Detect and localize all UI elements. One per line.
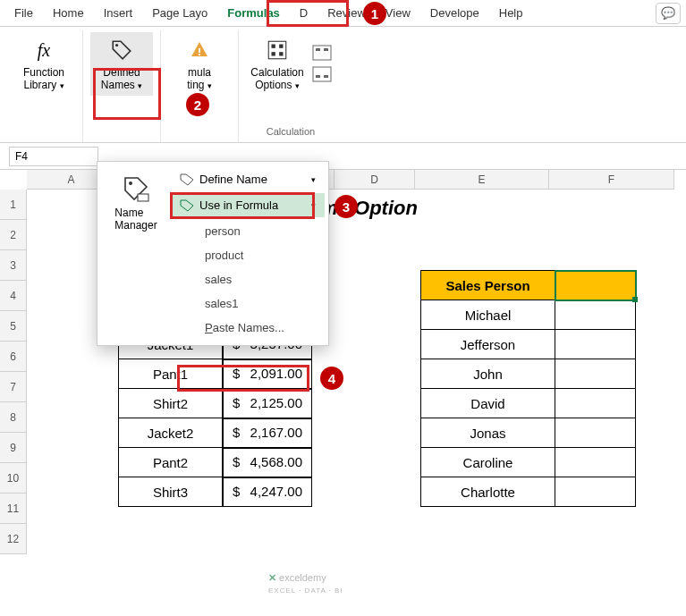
ribbon-tabs: File Home Insert Page Layo Formulas D Re… (0, 0, 686, 27)
chevron-down-icon: ▾ (311, 175, 316, 184)
svg-rect-3 (268, 41, 286, 59)
row-6[interactable]: 6 (0, 342, 27, 372)
svg-rect-1 (199, 48, 200, 53)
function-library-button[interactable]: fx FunctionLibrary ▾ (13, 32, 75, 96)
table-cell[interactable] (555, 418, 636, 448)
use-in-formula-item[interactable]: Use in Formula ▾ (171, 193, 325, 217)
name-manager-icon (120, 173, 152, 205)
tab-file[interactable]: File (5, 3, 42, 23)
table-row[interactable]: Charlotte (421, 477, 555, 507)
name-manager-button[interactable]: NameManager (101, 167, 171, 340)
table-row[interactable]: Michael (421, 300, 555, 330)
svg-rect-5 (279, 45, 283, 48)
col-e[interactable]: E (415, 170, 549, 190)
calculation-group-label: Calculation (267, 126, 315, 140)
row-4[interactable]: 4 (0, 281, 27, 311)
tab-data[interactable]: D (291, 3, 317, 23)
svg-rect-12 (316, 75, 320, 78)
svg-rect-13 (324, 75, 328, 78)
row-2[interactable]: 2 (0, 220, 27, 250)
define-name-label: Define Name (199, 173, 267, 186)
use-in-formula-label: Use in Formula (199, 198, 278, 212)
table-row[interactable]: Jefferson (421, 330, 555, 359)
define-name-item[interactable]: Define Name ▾ (171, 167, 325, 191)
tab-insert[interactable]: Insert (95, 3, 142, 23)
table-row[interactable]: Jonas (421, 418, 555, 448)
table-cell[interactable] (555, 359, 636, 389)
row-1[interactable]: 1 (0, 190, 27, 220)
collapse-ribbon-button[interactable]: 💬 (656, 3, 681, 24)
watermark: ✕ exceldemy EXCEL · DATA · BI (268, 572, 343, 595)
calc-now-icon[interactable] (312, 45, 332, 61)
row-7[interactable]: 7 (0, 372, 27, 402)
row-8[interactable]: 8 (0, 402, 27, 433)
table-cell[interactable]: $2,125.00 (223, 389, 312, 418)
svg-rect-11 (313, 67, 331, 81)
name-item-sales[interactable]: sales (196, 267, 325, 291)
table-row[interactable]: Pant2 (119, 448, 223, 477)
name-item-product[interactable]: product (196, 243, 325, 267)
use-in-formula-submenu: person product sales sales1 PPaste Names… (171, 219, 325, 340)
name-box[interactable] (9, 147, 98, 166)
table-row[interactable]: Pant1 (119, 359, 223, 389)
svg-rect-4 (272, 45, 275, 48)
table-row[interactable]: David (421, 389, 555, 418)
table-cell[interactable]: $2,167.00 (223, 418, 312, 448)
tab-help[interactable]: Help (490, 3, 532, 23)
svg-rect-2 (199, 54, 200, 55)
chevron-down-icon: ▾ (311, 201, 316, 210)
ribbon-body: fx FunctionLibrary ▾ DefinedNames ▾ mula… (0, 27, 686, 143)
selected-cell-f4[interactable] (555, 271, 636, 300)
group-formula-auditing: mulating ▾ (161, 30, 239, 142)
defined-names-button[interactable]: DefinedNames ▾ (90, 32, 153, 96)
group-function-library: fx FunctionLibrary ▾ (5, 30, 83, 142)
table-row[interactable]: Shirt3 (119, 477, 223, 507)
speech-icon: 💬 (661, 6, 675, 20)
tab-developer[interactable]: Develope (421, 3, 488, 23)
table-cell[interactable] (555, 477, 636, 507)
col-f[interactable]: F (549, 170, 674, 190)
step-badge-2: 2 (186, 93, 209, 116)
function-library-label: FunctionLibrary ▾ (23, 66, 64, 92)
calc-sheet-icon[interactable] (312, 66, 332, 82)
table-row[interactable]: Caroline (421, 448, 555, 477)
sales-person-header: Sales Person (421, 271, 555, 300)
row-11[interactable]: 11 (0, 494, 27, 524)
tab-formulas[interactable]: Formulas (218, 3, 289, 23)
svg-rect-8 (313, 46, 331, 60)
defined-names-label: DefinedNames ▾ (101, 66, 142, 92)
table-cell[interactable] (555, 330, 636, 359)
table-cell[interactable]: $4,568.00 (223, 448, 312, 477)
table-cell[interactable] (555, 389, 636, 418)
row-12[interactable]: 12 (0, 524, 27, 554)
fx-icon: fx (30, 36, 58, 64)
tag-small-icon (180, 173, 194, 186)
defined-names-dropdown: NameManager Define Name ▾ Use in Formula… (97, 161, 329, 346)
calculation-options-button[interactable]: CalculationOptions ▾ (246, 32, 309, 96)
row-5[interactable]: 5 (0, 311, 27, 342)
table-cell[interactable]: $2,091.00 (223, 359, 312, 389)
table-row[interactable]: Jacket2 (119, 418, 223, 448)
row-10[interactable]: 10 (0, 463, 27, 494)
formula-auditing-button[interactable]: mulating ▾ (168, 32, 231, 96)
table-cell[interactable] (555, 300, 636, 330)
calc-options-icon (263, 36, 292, 64)
name-item-sales1[interactable]: sales1 (196, 291, 325, 316)
svg-point-14 (129, 181, 132, 185)
svg-point-0 (115, 44, 118, 46)
table-cell[interactable]: $4,247.00 (223, 477, 312, 507)
calculation-options-label: CalculationOptions ▾ (250, 66, 303, 92)
tab-home[interactable]: Home (44, 3, 93, 23)
audit-icon (185, 36, 214, 64)
name-item-person[interactable]: person (196, 219, 325, 243)
group-calculation: CalculationOptions ▾ Calculation (239, 30, 343, 142)
tag-icon (107, 36, 136, 64)
tab-pagelayout[interactable]: Page Layo (143, 3, 216, 23)
row-3[interactable]: 3 (0, 250, 27, 281)
table-row[interactable]: Shirt2 (119, 389, 223, 418)
col-d[interactable]: D (335, 170, 415, 190)
table-cell[interactable] (555, 448, 636, 477)
paste-names-item[interactable]: PPaste Names...aste Names... (196, 316, 325, 340)
table-row[interactable]: John (421, 359, 555, 389)
row-9[interactable]: 9 (0, 433, 27, 463)
